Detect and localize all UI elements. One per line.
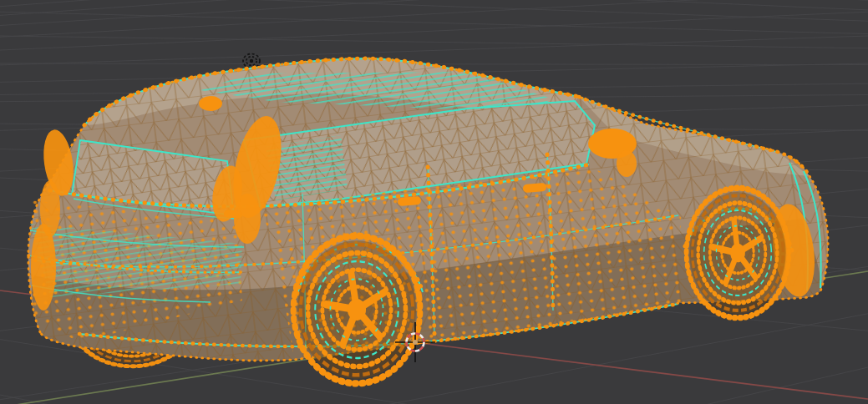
scene-svg <box>0 0 868 404</box>
door-handle <box>224 210 243 219</box>
3d-viewport[interactable] <box>0 0 868 404</box>
roof-antenna <box>199 96 222 111</box>
point-light-icon[interactable] <box>243 54 260 68</box>
